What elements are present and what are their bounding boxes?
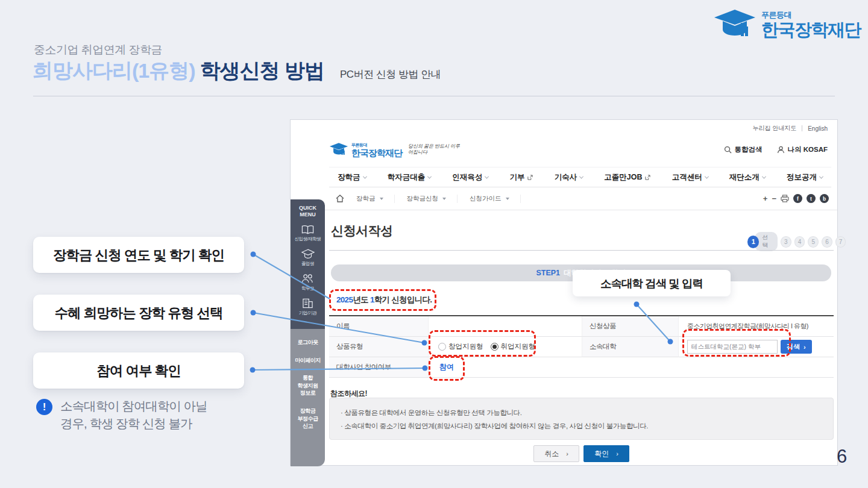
graduation-cap-icon xyxy=(713,8,756,40)
english-link[interactable]: English xyxy=(808,125,828,132)
step-indicator: 1 선택 3 4 5 6 7 xyxy=(747,232,846,251)
step-1-active: 1 xyxy=(747,236,759,248)
type-label-cell: 상품유형 xyxy=(329,337,429,357)
breadcrumb-guide[interactable]: 신청가이드 xyxy=(470,195,521,203)
quickmenu-parents[interactable]: 학부모 xyxy=(301,274,314,292)
step-7: 7 xyxy=(835,236,846,248)
my-kosaf[interactable]: 나의 KOSAF xyxy=(777,145,828,154)
main-nav: 장학금 학자금대출 인재육성 기부 기숙사 고졸만JOB 고객센터 재단소개 정… xyxy=(329,167,831,187)
tooltip-school-search: 소속대학 검색 및 입력 xyxy=(573,270,731,296)
global-search[interactable]: 통합검색 xyxy=(724,145,763,154)
brand-slogan: 당신의 꿈은 반드시 이루어집니다 xyxy=(408,143,461,155)
school-highlight-box xyxy=(682,329,791,357)
nav-student-loan[interactable]: 학자금대출 xyxy=(388,172,432,183)
radio-highlight-box xyxy=(429,330,536,357)
slide-title-highlight: 희망사다리(1유형) xyxy=(33,57,195,85)
utility-separator xyxy=(802,125,802,131)
name-label-cell: 이름 xyxy=(329,316,429,337)
nav-talent[interactable]: 인재육성 xyxy=(452,172,488,183)
reference-bullet: 상품유형은 대학에서 운영하는 신청유형만 선택 가능합니다. xyxy=(341,406,822,419)
form-actions: 취소› 확인› xyxy=(329,445,834,462)
confirm-button[interactable]: 확인› xyxy=(583,445,629,462)
warning-note: ! 소속대학이 참여대학이 아닐 경우, 학생 장학 신청 불가 xyxy=(36,397,207,432)
chevron-down-icon xyxy=(427,174,432,178)
twitter-icon[interactable]: t xyxy=(807,194,816,203)
reference-box: 상품유형은 대학에서 운영하는 신청유형만 선택 가능합니다. 소속대학이 중소… xyxy=(329,398,834,440)
external-link-icon xyxy=(645,175,650,180)
nav-disclosure[interactable]: 정보공개 xyxy=(787,172,823,183)
external-link-icon xyxy=(527,175,533,180)
slide-title: 희망사다리(1유형) 학생신청 방법 PC버전 신청 방법 안내 xyxy=(33,57,441,85)
quickmenu-mypage[interactable]: 마이페이지 xyxy=(295,357,321,364)
search-label: 통합검색 xyxy=(735,145,763,154)
chevron-down-icon xyxy=(579,174,583,178)
breadcrumb-scholarship[interactable]: 장학금 xyxy=(356,195,395,203)
graduation-cap-icon xyxy=(301,249,315,259)
chevron-down-icon xyxy=(819,174,823,178)
slide-subtitle: PC버전 신청 방법 안내 xyxy=(340,67,441,81)
quickmenu-freshman[interactable]: 신입생/재학생 xyxy=(295,225,321,242)
quickmenu-graduate[interactable]: 졸업생 xyxy=(301,249,315,267)
blog-icon[interactable]: b xyxy=(820,194,829,203)
page-title: 신청서작성 xyxy=(331,222,393,239)
page-number: 6 xyxy=(837,446,847,468)
printer-icon[interactable] xyxy=(781,195,789,202)
brand-top-label: 푸른등대 xyxy=(761,10,861,20)
zoom-out-button[interactable]: − xyxy=(772,194,776,203)
dropdown-arrow-icon xyxy=(506,198,509,200)
people-icon xyxy=(301,274,314,284)
step-3: 3 xyxy=(781,236,791,248)
quick-menu-header: QUICK MENU xyxy=(299,205,316,218)
slide-title-rest: 학생신청 방법 xyxy=(200,57,324,85)
home-icon[interactable] xyxy=(336,195,344,202)
nav-gojol-job[interactable]: 고졸만JOB xyxy=(604,172,650,183)
quickmenu-logout[interactable]: 로그아웃 xyxy=(298,339,318,346)
nav-dormitory[interactable]: 기숙사 xyxy=(555,172,583,183)
site-header: 푸른등대 한국장학재단 당신의 꿈은 반드시 이루어집니다 통합검색 나의 KO… xyxy=(329,136,828,163)
sitemap-link[interactable]: 누리집 안내지도 xyxy=(752,124,796,133)
nav-donation[interactable]: 기부 xyxy=(509,172,533,183)
quickmenu-fraud-report[interactable]: 장학금 부정수급 신고 xyxy=(298,407,318,430)
step-4: 4 xyxy=(794,236,805,248)
product-label-cell: 신청상품 xyxy=(582,316,679,337)
title-rule xyxy=(329,250,834,251)
nav-customer-center[interactable]: 고객센터 xyxy=(672,172,708,183)
chevron-down-icon xyxy=(762,174,766,178)
kosaf-logo-small[interactable]: 푸른등대 한국장학재단 xyxy=(329,142,402,157)
step-5: 5 xyxy=(808,236,819,248)
callout-scholarship-type: 수혜 희망하는 장학 유형 선택 xyxy=(33,295,244,331)
slide-eyebrow: 중소기업 취업연계 장학금 xyxy=(34,42,162,58)
brand-name-label: 한국장학재단 xyxy=(351,148,402,157)
kosaf-site-screenshot: 누리집 안내지도 English 푸른등대 한국장학재단 당신의 꿈은 반드시 … xyxy=(290,119,838,466)
quickmenu-company[interactable]: 기업/기관 xyxy=(299,298,317,316)
semester-notice: 2025년도 1학기 신청입니다. xyxy=(336,295,432,305)
building-icon xyxy=(302,298,313,308)
page-tools: + − f t b xyxy=(763,194,829,203)
reference-bullet: 소속대학이 중소기업 취업연계(희망사다리) 장학사업에 참여하지 않는 경우,… xyxy=(341,419,822,433)
join-highlight-box xyxy=(429,356,465,381)
exclamation-icon: ! xyxy=(36,399,52,415)
brand-top-label: 푸른등대 xyxy=(351,142,402,148)
join-value-cell: 참여 xyxy=(429,357,834,378)
nav-scholarship[interactable]: 장학금 xyxy=(338,172,366,183)
zoom-in-button[interactable]: + xyxy=(763,194,768,203)
search-icon xyxy=(724,146,732,154)
breadcrumb-apply[interactable]: 장학금신청 xyxy=(407,195,458,203)
dropdown-arrow-icon xyxy=(380,198,383,200)
brand-name-label: 한국장학재단 xyxy=(761,20,861,39)
utility-links: 누리집 안내지도 English xyxy=(752,124,828,133)
kosaf-logo-large: 푸른등대 한국장학재단 xyxy=(713,8,861,40)
nav-about[interactable]: 재단소개 xyxy=(729,172,766,183)
book-icon xyxy=(301,225,314,234)
facebook-icon[interactable]: f xyxy=(793,194,802,203)
person-icon xyxy=(777,146,785,154)
school-label-cell: 소속대학 xyxy=(582,337,679,357)
dropdown-arrow-icon xyxy=(442,198,446,200)
cancel-button[interactable]: 취소› xyxy=(533,445,579,462)
header-divider xyxy=(33,96,835,96)
warning-text: 소속대학이 참여대학이 아닐 경우, 학생 장학 신청 불가 xyxy=(60,397,207,432)
callout-year-semester: 장학금 신청 연도 및 학기 확인 xyxy=(33,237,244,273)
chevron-down-icon xyxy=(485,174,489,178)
breadcrumb: 장학금 장학금신청 신청가이드 + − f t b xyxy=(325,187,837,210)
quickmenu-student-support[interactable]: 통합 학생지원 정보로 xyxy=(298,374,318,397)
